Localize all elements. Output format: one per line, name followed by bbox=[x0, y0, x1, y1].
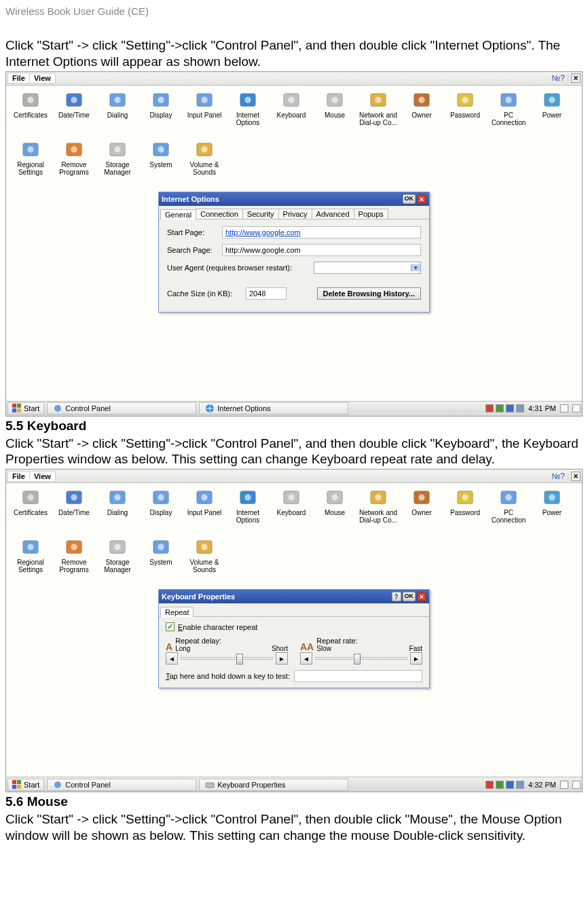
start-page-input[interactable] bbox=[222, 226, 421, 238]
cp-label: PC Connection bbox=[488, 111, 530, 126]
cp-item-internet-options[interactable]: Internet Options bbox=[227, 487, 269, 531]
enable-repeat-checkbox[interactable]: ✓ bbox=[166, 622, 174, 631]
cp-item-storage-manager[interactable]: Storage Manager bbox=[96, 139, 139, 183]
menu-file[interactable]: File bbox=[7, 73, 30, 84]
cp-item-certificates[interactable]: Certificates bbox=[10, 90, 52, 134]
cp-item-dialing[interactable]: Dialing bbox=[96, 487, 139, 531]
tab-popups[interactable]: Popups bbox=[354, 209, 388, 219]
cp-label: Internet Options bbox=[227, 509, 269, 524]
ok-button[interactable]: OK bbox=[403, 592, 416, 601]
help-icon[interactable]: №? bbox=[551, 73, 565, 83]
repeat-rate-slider[interactable]: ◄ ► bbox=[300, 652, 422, 665]
keyboard-indicator-icon[interactable] bbox=[572, 404, 581, 412]
cp-item-power[interactable]: Power bbox=[531, 487, 573, 531]
cp-item-keyboard[interactable]: Keyboard bbox=[270, 487, 312, 531]
svg-point-57 bbox=[331, 494, 337, 500]
cp-item-display[interactable]: Display bbox=[140, 90, 182, 134]
tab-security[interactable]: Security bbox=[242, 209, 279, 219]
help-icon[interactable]: №? bbox=[551, 472, 565, 481]
cp-item-regional-settings[interactable]: Regional Settings bbox=[10, 537, 52, 581]
cp-item-mouse[interactable]: Mouse bbox=[314, 90, 356, 134]
cp-item-mouse[interactable]: Mouse bbox=[314, 487, 356, 531]
taskbar-keyboard-properties[interactable]: Keyboard Properties bbox=[199, 779, 348, 791]
test-input[interactable] bbox=[294, 670, 422, 682]
cache-size-input[interactable] bbox=[246, 287, 287, 300]
desktop-icon[interactable] bbox=[560, 781, 568, 789]
taskbar-control-panel[interactable]: Control Panel bbox=[47, 779, 196, 791]
dialog-title: Keyboard Properties bbox=[162, 592, 235, 601]
cp-item-remove-programs[interactable]: Remove Programs bbox=[53, 139, 95, 183]
clock: 4:32 PM bbox=[528, 781, 556, 789]
tab-general[interactable]: General bbox=[160, 209, 196, 219]
cp-item-pc-connection[interactable]: PC Connection bbox=[488, 90, 530, 134]
cp-item-system[interactable]: System bbox=[140, 537, 182, 581]
start-button[interactable]: Start bbox=[7, 402, 44, 414]
close-icon[interactable]: × bbox=[571, 73, 581, 83]
tray-icon[interactable] bbox=[485, 404, 494, 412]
delete-history-button[interactable]: Delete Browsing History... bbox=[317, 287, 422, 300]
tray-icon[interactable] bbox=[516, 404, 524, 412]
search-page-input[interactable] bbox=[222, 244, 421, 256]
cp-item-certificates[interactable]: Certificates bbox=[10, 487, 52, 531]
right-arrow-icon[interactable]: ► bbox=[276, 652, 288, 665]
cp-item-owner[interactable]: Owner bbox=[401, 90, 443, 134]
cp-item-power[interactable]: Power bbox=[531, 90, 573, 134]
cp-label: Internet Options bbox=[227, 111, 269, 126]
cp-item-password[interactable]: Password bbox=[444, 487, 486, 531]
cp-item-owner[interactable]: Owner bbox=[401, 487, 443, 531]
taskbar-control-panel[interactable]: Control Panel bbox=[47, 402, 196, 414]
cp-item-display[interactable]: Display bbox=[140, 487, 182, 531]
cp-item-keyboard[interactable]: Keyboard bbox=[270, 90, 312, 134]
ok-button[interactable]: OK bbox=[403, 194, 416, 204]
svg-point-82 bbox=[54, 781, 61, 788]
keyboard-indicator-icon[interactable] bbox=[572, 781, 581, 789]
cp-item-date-time[interactable]: Date/Time bbox=[53, 487, 95, 531]
tray-icon[interactable] bbox=[485, 781, 494, 789]
cp-item-input-panel[interactable]: Input Panel bbox=[183, 90, 225, 134]
cp-item-remove-programs[interactable]: Remove Programs bbox=[53, 537, 95, 581]
svg-point-55 bbox=[288, 494, 294, 500]
desktop-icon[interactable] bbox=[560, 404, 568, 412]
cp-item-password[interactable]: Password bbox=[444, 90, 486, 134]
dialog-help-icon[interactable]: ? bbox=[392, 592, 401, 601]
left-arrow-icon[interactable]: ◄ bbox=[300, 652, 312, 665]
close-icon[interactable]: × bbox=[571, 472, 581, 481]
taskbar-internet-options[interactable]: Internet Options bbox=[199, 402, 348, 414]
svg-point-65 bbox=[505, 494, 511, 500]
repeat-delay-slider[interactable]: ◄ ► bbox=[166, 652, 288, 665]
start-button[interactable]: Start bbox=[7, 779, 44, 791]
right-arrow-icon[interactable]: ► bbox=[410, 652, 422, 665]
cp-label: Regional Settings bbox=[10, 161, 52, 176]
menu-view[interactable]: View bbox=[29, 73, 56, 84]
cp-item-volume-sounds[interactable]: Volume & Sounds bbox=[183, 139, 225, 183]
user-agent-select[interactable]: ▾ bbox=[314, 262, 421, 274]
cp-item-dialing[interactable]: Dialing bbox=[96, 90, 139, 134]
cp-item-storage-manager[interactable]: Storage Manager bbox=[96, 537, 139, 581]
tab-advanced[interactable]: Advanced bbox=[312, 209, 354, 219]
cp-item-regional-settings[interactable]: Regional Settings bbox=[10, 139, 52, 183]
tray-icon[interactable] bbox=[496, 404, 504, 412]
cp-item-network-and-dial-up-co-[interactable]: Network and Dial-up Co... bbox=[357, 487, 399, 531]
tray-icon[interactable] bbox=[506, 781, 514, 789]
dialog-close-icon[interactable]: × bbox=[417, 592, 426, 601]
tray-icon[interactable] bbox=[516, 781, 524, 789]
cp-item-volume-sounds[interactable]: Volume & Sounds bbox=[183, 537, 225, 581]
menu-file[interactable]: File bbox=[7, 471, 30, 482]
left-arrow-icon[interactable]: ◄ bbox=[166, 652, 178, 665]
tab-connection[interactable]: Connection bbox=[196, 209, 243, 219]
intro-paragraph-1: Click "Start" -> click "Setting"->click … bbox=[5, 37, 583, 70]
cp-item-internet-options[interactable]: Internet Options bbox=[227, 90, 269, 134]
tab-repeat[interactable]: Repeat bbox=[160, 607, 194, 617]
cp-label: Mouse bbox=[325, 111, 345, 126]
cp-item-system[interactable]: System bbox=[140, 139, 182, 183]
cp-item-network-and-dial-up-co-[interactable]: Network and Dial-up Co... bbox=[357, 90, 399, 134]
dialog-close-icon[interactable]: × bbox=[417, 194, 426, 204]
tray-icon[interactable] bbox=[506, 404, 514, 412]
tray-icon[interactable] bbox=[496, 781, 504, 789]
svg-rect-80 bbox=[12, 785, 16, 789]
cp-item-input-panel[interactable]: Input Panel bbox=[183, 487, 225, 531]
cp-item-pc-connection[interactable]: PC Connection bbox=[488, 487, 530, 531]
tab-privacy[interactable]: Privacy bbox=[278, 209, 312, 219]
menu-view[interactable]: View bbox=[29, 471, 56, 482]
cp-item-date-time[interactable]: Date/Time bbox=[53, 90, 95, 134]
